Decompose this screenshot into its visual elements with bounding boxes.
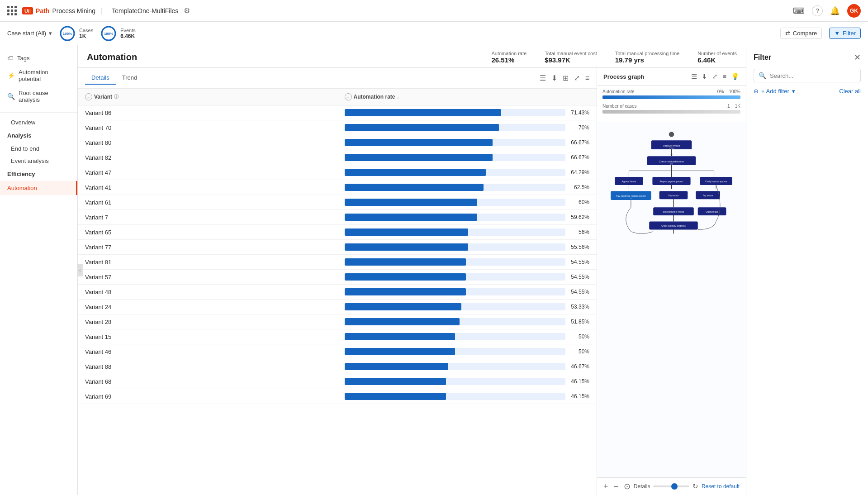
graph-download-icon[interactable]: ⬇ [702, 72, 707, 81]
clear-all-button[interactable]: Clear all [839, 88, 861, 95]
rate-bar-bg [345, 318, 566, 325]
rate-bar-fill [345, 243, 469, 251]
zoom-in-icon[interactable]: + [603, 482, 608, 491]
table-row: Variant 80 66.67% [78, 135, 597, 150]
rate-bar-bg [345, 393, 566, 400]
svg-text:Check summary conditions: Check summary conditions [661, 225, 686, 227]
sidebar-item-event-analysis[interactable]: Event analysis [0, 155, 77, 167]
page-title: Automation [87, 52, 137, 62]
table-area: Details Trend ☰ ⬇ ⊞ ⤢ ≡ [78, 68, 597, 495]
case-dropdown[interactable]: Case start (All) ▾ [7, 30, 52, 37]
table-graph-area: Details Trend ☰ ⬇ ⊞ ⤢ ≡ [78, 68, 746, 495]
rate-cell: 70% [337, 120, 597, 135]
add-filter-button[interactable]: ⊕ + Add filter ▾ [754, 88, 795, 95]
filter-toolbar-icon[interactable]: ☰ [540, 74, 546, 82]
rate-bar-fill [345, 333, 455, 340]
rate-bar-bg [345, 154, 566, 161]
rate-bar-bg [345, 288, 566, 295]
refresh-icon[interactable]: ↻ [693, 482, 698, 490]
rate-bar-fill [345, 154, 493, 161]
sidebar-label-automation-potential: Automation potential [19, 69, 70, 82]
table-toolbar-icon[interactable]: ⊞ [563, 74, 569, 82]
tab-details[interactable]: Details [85, 71, 116, 85]
table-toolbar: Details Trend ☰ ⬇ ⊞ ⤢ ≡ [78, 68, 597, 89]
num-events-stat: Number of events 6.46K [697, 51, 737, 64]
graph-area: Process graph ☰ ⬇ ⤢ ≡ 💡 Automation rate [597, 68, 746, 495]
events-badge: 100% Events 6.46K [100, 25, 136, 42]
rate-bar-fill [345, 139, 493, 146]
zoom-out-icon[interactable]: − [614, 482, 619, 491]
sidebar-item-automation[interactable]: Automation [0, 181, 77, 195]
root-cause-icon: 🔍 [7, 93, 15, 100]
rate-bar-fill [345, 184, 484, 191]
svg-text:Pay invoice: Pay invoice [703, 195, 713, 197]
project-settings-icon[interactable]: ⚙ [184, 6, 190, 15]
filter-search: 🔍 [754, 69, 861, 82]
manual-cost-stat: Total manual event cost $93.97K [545, 51, 597, 64]
rate-cell: 56% [337, 225, 597, 239]
help-icon[interactable]: ? [812, 5, 823, 16]
graph-title: Process graph [603, 73, 644, 80]
compare-button[interactable]: ⇄ Compare [780, 28, 822, 39]
sidebar-item-root-cause[interactable]: 🔍 Root cause analysis [0, 86, 77, 107]
rate-cell: 55.56% [337, 240, 597, 254]
rate-value: 50% [569, 348, 589, 355]
rate-bar-bg [345, 139, 566, 146]
rate-bar-bg [345, 258, 566, 266]
variant-cell: Variant 24 [78, 300, 337, 314]
sidebar-divider-1 [0, 112, 77, 113]
zoom-fit-icon[interactable]: ⊙ [624, 481, 631, 491]
sidebar-item-end-to-end[interactable]: End to end [0, 143, 77, 155]
download-toolbar-icon[interactable]: ⬇ [551, 74, 557, 82]
menu-toolbar-icon[interactable]: ≡ [585, 74, 589, 82]
variant-cell: Variant 86 [78, 106, 337, 120]
filter-button[interactable]: ▼ Filter [829, 28, 861, 39]
tab-trend[interactable]: Trend [116, 71, 143, 85]
table-row: Variant 70 70% [78, 120, 597, 135]
rate-value: 46.67% [569, 363, 589, 370]
graph-info-icon[interactable]: 💡 [731, 72, 740, 81]
brand-path: Path [36, 7, 49, 14]
graph-menu-icon[interactable]: ≡ [722, 72, 726, 81]
keyboard-icon[interactable]: ⌨ [793, 6, 805, 16]
page-header: Automation Automation rate 26.51% Total … [78, 45, 746, 68]
sidebar-label-event-analysis: Event analysis [11, 157, 49, 164]
variant-cell: Variant 65 [78, 225, 337, 239]
svg-text:5%: 5% [670, 163, 673, 165]
sidebar-item-automation-potential[interactable]: ⚡ Automation potential [0, 65, 77, 86]
bell-icon[interactable]: 🔔 [830, 6, 840, 16]
sidebar-item-tags[interactable]: 🏷 Tags [0, 51, 77, 65]
rate-bar-bg [345, 333, 566, 340]
col-rate-header[interactable]: − Automation rate ↓ [337, 89, 597, 105]
svg-text:5%: 5% [630, 197, 632, 200]
filter-search-input[interactable] [770, 72, 856, 79]
sort-icon[interactable]: ↓ [397, 95, 399, 100]
legend-automation-min: 0% [717, 89, 724, 94]
svg-text:Approve Vendor: Approve Vendor [621, 181, 636, 183]
legend-automation-label: Automation rate [602, 89, 635, 94]
legend-area: Automation rate 0% 100% Number of cases [597, 86, 746, 122]
filter-close-icon[interactable]: ✕ [854, 52, 861, 62]
sidebar-item-overview[interactable]: Overview [0, 116, 77, 129]
rate-bar-bg [345, 243, 566, 251]
sidebar-label-efficiency: Efficiency [7, 171, 35, 177]
filter-panel: Filter ✕ 🔍 ⊕ + Add filter ▾ Clear all [746, 45, 868, 495]
graph-filter-icon[interactable]: ☰ [691, 72, 697, 81]
filter-actions-row: ⊕ + Add filter ▾ Clear all [754, 88, 861, 95]
sidebar-collapse-handle[interactable]: ‹ [77, 264, 83, 276]
col-variant-header[interactable]: − Variant ⓘ [78, 89, 337, 105]
variant-cell: Variant 57 [78, 270, 337, 284]
zoom-slider[interactable] [653, 485, 689, 487]
rate-value: 54.55% [569, 259, 589, 265]
navbar: Uii Path Process Mining | TemplateOne-Mu… [0, 0, 868, 22]
rate-bar-fill [345, 288, 466, 295]
expand-toolbar-icon[interactable]: ⤢ [574, 74, 580, 82]
svg-marker-9 [670, 155, 673, 157]
app-grid-icon[interactable] [7, 6, 17, 15]
graph-canvas[interactable]: Receive Invoice 100% Check received invo… [597, 122, 746, 477]
reset-to-default-button[interactable]: Reset to default [702, 483, 740, 490]
cases-percent: 100% [63, 31, 72, 35]
user-avatar[interactable]: GK [847, 4, 861, 18]
svg-text:Receive Invoice: Receive Invoice [663, 144, 680, 147]
graph-expand-icon[interactable]: ⤢ [712, 72, 718, 81]
